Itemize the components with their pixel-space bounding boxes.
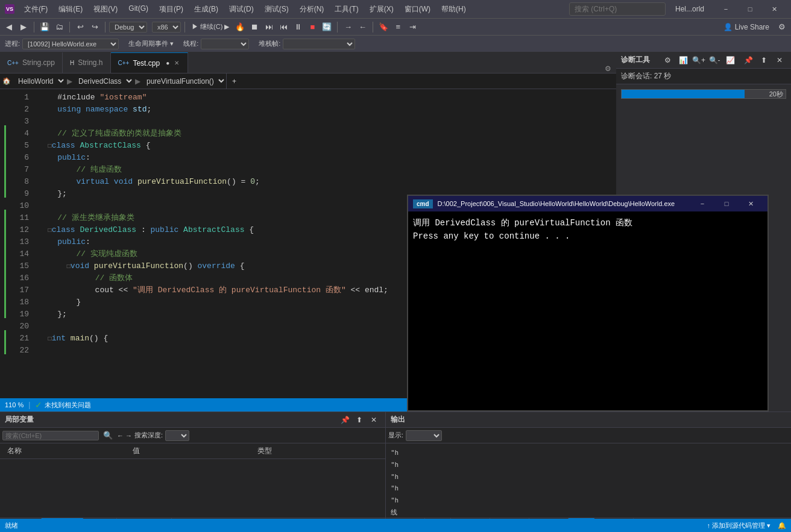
diag-bar-chart-btn[interactable]: 📈 <box>723 54 737 67</box>
lifecycle-label: 生命周期事件 ▾ <box>128 39 174 48</box>
menu-test[interactable]: 测试(S) <box>260 2 294 17</box>
menu-help[interactable]: 帮助(H) <box>436 2 471 17</box>
fire-icon[interactable]: 🔥 <box>233 20 247 34</box>
search-depth-label: 搜索深度: <box>134 431 163 440</box>
bookmark-button[interactable]: 🔖 <box>377 20 390 34</box>
output-source-select[interactable] <box>406 430 442 441</box>
breadcrumb-sep-2: ▶ <box>134 77 142 86</box>
menu-project[interactable]: 项目(P) <box>154 2 188 17</box>
platform-dropdown[interactable]: x86 <box>152 22 181 33</box>
zoom-level[interactable]: 110 % <box>5 401 24 408</box>
progress-label: 20秒 <box>769 90 783 99</box>
output-content[interactable]: "h "h "h "h "h 线 "h <box>386 443 791 518</box>
stop-button[interactable]: ■ <box>306 20 319 34</box>
continue-button[interactable]: ▶ 继续(C) ▶ <box>189 21 232 33</box>
step-over-button[interactable]: ⏭ <box>262 20 276 34</box>
menu-debug[interactable]: 调试(D) <box>224 2 259 17</box>
gutter-line-15 <box>0 258 10 270</box>
back-button[interactable]: ◀ <box>2 20 16 34</box>
title-bar: VS 文件(F) 编辑(E) 视图(V) Git(G) 项目(P) 生成(B) … <box>0 0 791 18</box>
code-line-7: // 纯虚函数 <box>39 164 611 176</box>
locals-float-btn[interactable]: ⬆ <box>353 413 366 427</box>
breadcrumb-method-select[interactable]: pureVirtualFunction() <box>142 74 226 89</box>
menu-analyze[interactable]: 分析(N) <box>295 2 329 17</box>
tab-label-string-h: String.h <box>78 58 102 67</box>
window-controls: − □ ✕ <box>714 0 786 18</box>
diag-settings-btn[interactable]: ⚙ <box>661 54 674 67</box>
locals-search-btn[interactable]: 🔍 <box>101 429 115 442</box>
breadcrumb-class-select[interactable]: DerivedClass <box>74 74 134 89</box>
menu-extensions[interactable]: 扩展(X) <box>365 2 399 17</box>
stack-dropdown[interactable] <box>283 39 355 49</box>
minimize-button[interactable]: − <box>714 0 738 18</box>
diag-chart-btn[interactable]: 📊 <box>676 54 690 67</box>
tab-close-test-cpp[interactable]: ✕ <box>173 60 180 66</box>
status-info: ✓ 未找到相关问题 <box>35 400 91 410</box>
save-all-button[interactable]: 🗂 <box>52 20 66 34</box>
progress-bar <box>622 90 745 98</box>
diag-float-btn[interactable]: ⬆ <box>757 54 771 67</box>
menu-file[interactable]: 文件(F) <box>19 2 52 17</box>
breadcrumb-scope-select[interactable]: HelloWorld <box>13 74 66 89</box>
menu-bar: 文件(F) 编辑(E) 视图(V) Git(G) 项目(P) 生成(B) 调试(… <box>19 2 564 17</box>
output-display-label: 显示: <box>388 431 403 440</box>
tab-string-h[interactable]: H String.h <box>63 52 111 73</box>
search-depth-select[interactable] <box>165 430 189 441</box>
tab-string-cpp[interactable]: C++ String.cpp <box>0 52 63 73</box>
format-button[interactable]: ≡ <box>391 20 405 34</box>
diag-close-btn[interactable]: ✕ <box>773 54 786 67</box>
menu-tools[interactable]: 工具(T) <box>330 2 363 17</box>
pause-button[interactable]: ⏸ <box>291 20 304 34</box>
live-share-button[interactable]: 👤 Live Share <box>719 22 774 33</box>
debug-config-dropdown[interactable]: Debug <box>109 22 147 33</box>
locals-toolbar: 🔍 ← → 搜索深度: <box>0 428 385 443</box>
menu-edit[interactable]: 编辑(E) <box>54 2 87 17</box>
locals-search-input[interactable] <box>2 431 99 440</box>
debug-toolbar: 进程: [10092] HelloWorld.exe 生命周期事件 ▾ 线程: … <box>0 35 791 52</box>
step-out-button[interactable]: ← <box>356 20 369 34</box>
menu-build[interactable]: 生成(B) <box>189 2 223 17</box>
tab-test-cpp[interactable]: C++ Test.cpp ● ✕ <box>111 52 189 73</box>
diagnostics-actions: ⚙ 📊 🔍+ 🔍- 📈 <box>661 54 737 67</box>
redo-button[interactable]: ↪ <box>88 20 101 34</box>
toolbar-sep-3 <box>105 22 106 33</box>
forward-button[interactable]: ▶ <box>17 20 30 34</box>
indent-button[interactable]: ⇥ <box>406 20 419 34</box>
maximize-button[interactable]: □ <box>738 0 762 18</box>
locals-content[interactable] <box>0 459 385 518</box>
menu-git[interactable]: Git(G) <box>124 2 153 17</box>
output-line-5: "h <box>391 495 786 507</box>
notification-btn[interactable]: 🔔 <box>778 522 786 530</box>
locals-pin-btn[interactable]: 📌 <box>338 413 351 427</box>
extensions-icon[interactable]: ⚙ <box>775 20 789 34</box>
save-button[interactable]: 💾 <box>38 20 51 34</box>
menu-view[interactable]: 视图(V) <box>89 2 122 17</box>
thread-dropdown[interactable] <box>201 39 249 49</box>
console-close-btn[interactable]: ✕ <box>739 195 763 213</box>
status-bar: 就绪 ↑ 添加到源代码管理 ▾ 🔔 <box>0 519 791 532</box>
diag-zoom-in-btn[interactable]: 🔍+ <box>692 54 705 67</box>
process-dropdown[interactable]: [10092] HelloWorld.exe <box>22 39 119 49</box>
stop-recording-button[interactable]: ⏹ <box>248 20 261 34</box>
menu-window[interactable]: 窗口(W) <box>400 2 435 17</box>
tab-settings-button[interactable]: ⚙ <box>600 64 616 73</box>
gutter-line-5 <box>0 137 10 149</box>
diag-zoom-out-btn[interactable]: 🔍- <box>708 54 721 67</box>
breadcrumb-add-button[interactable]: + <box>226 74 242 89</box>
output-panel: 输出 显示: "h "h "h "h "h 线 <box>386 412 791 532</box>
search-input[interactable] <box>569 2 666 16</box>
output-line-3: "h <box>391 471 786 483</box>
close-button[interactable]: ✕ <box>762 0 786 18</box>
diagnostics-title: 诊断工具 <box>621 55 661 65</box>
console-min-btn[interactable]: − <box>690 195 714 213</box>
restart-button[interactable]: 🔄 <box>320 20 333 34</box>
undo-button[interactable]: ↩ <box>74 20 87 34</box>
source-control-btn[interactable]: ↑ 添加到源代码管理 ▾ <box>707 521 771 530</box>
console-max-btn[interactable]: □ <box>714 195 739 213</box>
locals-close-btn[interactable]: ✕ <box>367 413 380 427</box>
step-into-button[interactable]: → <box>341 20 355 34</box>
diag-pin-btn[interactable]: 📌 <box>742 54 755 67</box>
breadcrumb-project-icon: 🏠 <box>0 77 13 85</box>
gutter-line-22 <box>0 342 10 354</box>
step-back-button[interactable]: ⏮ <box>277 20 290 34</box>
